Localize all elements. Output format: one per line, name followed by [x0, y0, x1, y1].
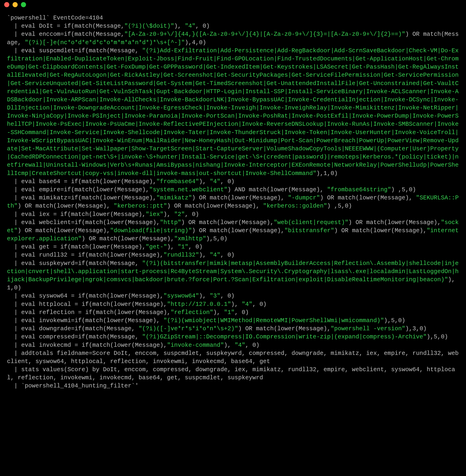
code-text: ), — [199, 252, 210, 258]
string-literal: "[A-Za-z0-9+\/]{44,}([A-Za-z0-9+\/]{4}|[… — [124, 31, 405, 38]
code-text: ), — [167, 244, 178, 250]
string-literal: "frombase64" — [156, 178, 199, 185]
terminal-window: `powershell` EventCode=4104 | eval DoIt … — [0, 0, 466, 402]
string-literal: "rundll32" — [163, 252, 199, 258]
string-literal: "web(client|request)" — [274, 219, 348, 226]
code-text: ) OR match(lower(Message), — [320, 195, 416, 201]
close-icon[interactable] — [4, 2, 9, 7]
code-text: ) OR match(lower(Message), — [348, 219, 441, 226]
string-literal: "http" — [160, 219, 181, 226]
code-text: ), — [199, 293, 210, 299]
code-text: `powershell` EventCode=4104 | eval DoIt … — [7, 15, 124, 30]
string-literal: "(?i)([-]ve*r*s*i*o*n*\s+2)" — [139, 325, 238, 332]
string-literal: "3" — [210, 293, 220, 299]
string-literal: "frombase64string" — [327, 186, 391, 193]
code-text: ) OR match(lower(Message), — [18, 227, 110, 234]
string-literal: "2" — [174, 211, 185, 218]
string-literal: "(?i)GZipStream|::Decompress|IO.Compress… — [142, 334, 427, 340]
code-text: ) AND match(lower(Message), — [228, 186, 327, 193]
code-text: ) OR match(lower(Message), — [82, 235, 174, 242]
code-text: ), — [213, 309, 224, 316]
string-literal: "4" — [234, 342, 245, 349]
string-literal: "iex" — [146, 211, 164, 218]
code-text: ), — [163, 211, 174, 218]
string-literal: "kerberos::ptt" — [114, 203, 167, 209]
string-literal: "download(file|string)" — [110, 227, 192, 234]
string-literal: "syswow64" — [163, 293, 199, 299]
string-literal: "system.net.webclient" — [149, 186, 228, 193]
string-literal: "mimikatz" — [156, 195, 192, 201]
code-text: ) OR match(lower(Message), — [192, 195, 288, 201]
code-content: `powershell` EventCode=4104 | eval DoIt … — [0, 9, 466, 402]
string-literal: "xmlhttp" — [174, 235, 206, 242]
code-text: ) OR match(lower(Message), — [181, 219, 274, 226]
string-literal: "4" — [210, 178, 220, 185]
code-text: ) OR match(lower(Message), — [334, 227, 427, 234]
code-text: ) OR match(lower(Message), — [18, 203, 114, 209]
string-literal: "4" — [210, 252, 220, 258]
string-literal: "(?i)Add-Exfiltration|Add-Persistence|Ad… — [7, 47, 459, 177]
string-literal: "http://127.0.0.1" — [167, 301, 231, 308]
code-text: ) OR match(lower(Message), — [238, 325, 331, 332]
string-literal: "kerberos::golden" — [263, 203, 327, 209]
string-literal: "powershell -version" — [331, 325, 405, 332]
string-literal: "(?i)(wmiobject|WMIMethod|RemoteWMI|Powe… — [163, 317, 384, 324]
string-literal: "get-" — [146, 244, 167, 250]
string-literal: "4" — [242, 301, 252, 308]
string-literal: "(?i)(\$doit)" — [124, 23, 174, 30]
code-text: ) OR match(lower(Message), — [167, 203, 263, 209]
string-literal: "bitstransfer" — [284, 227, 334, 234]
code-text: ), — [231, 301, 242, 308]
code-text: ) OR match(lower(Message), — [192, 227, 284, 234]
string-literal: "(?i)[-]e(nc*o*d*e*d*c*o*m*m*a*n*d*)*\s+… — [25, 39, 185, 46]
code-text: , 0) | addtotals fieldname=Score DoIt, e… — [7, 342, 459, 390]
code-text: ), — [199, 178, 210, 185]
string-literal: "reflection" — [171, 309, 213, 316]
zoom-icon[interactable] — [21, 2, 26, 7]
titlebar — [0, 0, 466, 9]
string-literal: "-dumpcr" — [288, 195, 320, 201]
string-literal: "4" — [185, 23, 196, 30]
code-text: ), — [224, 342, 234, 349]
code-text: ), — [174, 23, 185, 30]
minimize-icon[interactable] — [12, 2, 18, 7]
string-literal: "1" — [224, 309, 234, 316]
string-literal: "1" — [178, 244, 188, 250]
string-literal: "invoke-command" — [167, 342, 224, 349]
